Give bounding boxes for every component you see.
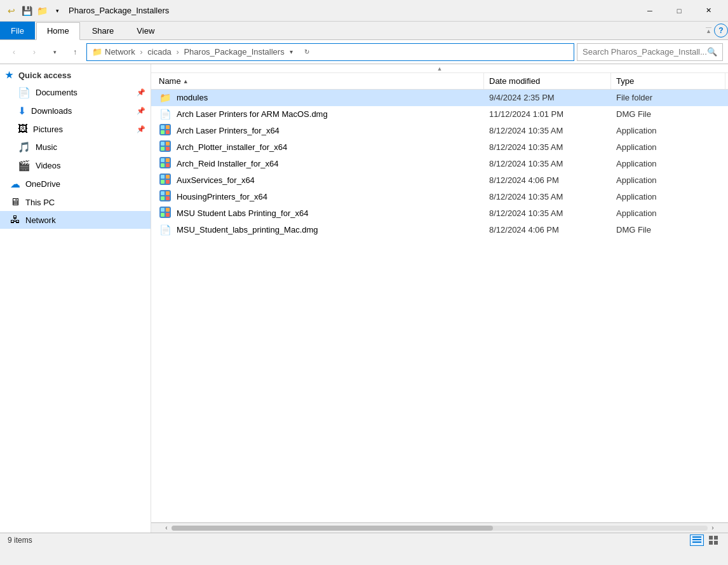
close-button[interactable]: ✕: [694, 0, 723, 22]
maximize-button[interactable]: □: [664, 0, 694, 22]
file-type: Application: [611, 159, 725, 168]
svg-rect-3: [161, 130, 165, 134]
svg-rect-13: [161, 163, 165, 167]
table-row[interactable]: Arch Laser Printers_for_x64 8/12/2024 10…: [151, 123, 728, 139]
sidebar-item-thispc[interactable]: 🖥 This PC: [0, 193, 151, 211]
app-icon: [159, 157, 172, 170]
svg-rect-16: [161, 175, 165, 179]
minimize-button[interactable]: ─: [635, 0, 664, 22]
app-icon: [159, 207, 172, 220]
file-date: 8/12/2024 10:35 AM: [484, 159, 611, 168]
address-dropdown-button[interactable]: ▾: [285, 43, 299, 61]
tab-home[interactable]: Home: [36, 22, 80, 40]
scrollbar-thumb[interactable]: [172, 526, 493, 531]
tab-share[interactable]: Share: [81, 22, 125, 39]
content-area: ▲ Name ▲ Date modified Type 📁 modules: [151, 64, 728, 533]
sidebar-onedrive-label: OneDrive: [25, 179, 60, 189]
large-icons-view-button[interactable]: [706, 534, 720, 546]
file-date: 8/12/2024 4:06 PM: [484, 225, 611, 235]
file-type: File folder: [611, 93, 725, 102]
folder-icon: 📁: [159, 92, 172, 104]
sidebar-network-label: Network: [25, 215, 56, 225]
col-header-name[interactable]: Name ▲: [154, 73, 484, 89]
scrollbar-track[interactable]: [172, 526, 708, 531]
address-bar: ‹ › ▾ ↑ 📁 Network › cicada › Pharos_Pack…: [0, 40, 728, 64]
file-date: 8/12/2024 10:35 AM: [484, 142, 611, 152]
table-row[interactable]: AuxServices_for_x64 8/12/2024 4:06 PM Ap…: [151, 172, 728, 189]
folder-icon[interactable]: 📁: [36, 4, 48, 17]
svg-rect-18: [161, 180, 165, 184]
table-row[interactable]: HousingPrinters_for_x64 8/12/2024 10:35 …: [151, 189, 728, 205]
ribbon-expand-button[interactable]: ▲: [706, 27, 711, 34]
sidebar-videos-label: Videos: [36, 161, 61, 170]
svg-rect-14: [166, 163, 170, 167]
file-type: Application: [611, 192, 725, 201]
videos-icon: 🎬: [18, 160, 30, 172]
sort-indicator-row: ▲: [151, 64, 728, 73]
dropdown-arrow-icon[interactable]: ▾: [51, 4, 64, 17]
svg-rect-27: [166, 208, 170, 212]
pin-icon-pictures: 📌: [137, 125, 145, 133]
svg-rect-23: [161, 196, 165, 200]
col-type-label: Type: [616, 76, 634, 86]
file-name: modules: [177, 93, 208, 102]
network-crumb[interactable]: Network: [105, 47, 135, 57]
sidebar-item-onedrive[interactable]: ☁ OneDrive: [0, 175, 151, 193]
chevron-up-icon: ▲: [706, 28, 711, 34]
search-icon[interactable]: 🔍: [707, 47, 717, 57]
horizontal-scrollbar[interactable]: ‹ ›: [151, 522, 728, 533]
sidebar-thispc-label: This PC: [25, 198, 55, 207]
tab-file[interactable]: File: [0, 22, 35, 39]
details-view-button[interactable]: [690, 534, 704, 546]
collapse-arrow-icon: ▲: [437, 65, 443, 72]
pictures-icon: 🖼: [18, 123, 28, 135]
col-header-date[interactable]: Date modified: [484, 73, 611, 89]
title-bar-icons: ↩ 💾 📁 ▾: [5, 4, 64, 17]
sidebar: ★ Quick access 📄 Documents 📌 ⬇ Downloads…: [0, 64, 151, 533]
tab-view[interactable]: View: [126, 22, 165, 39]
save-icon[interactable]: 💾: [20, 4, 33, 17]
window-controls: ─ □ ✕: [635, 0, 723, 22]
sidebar-item-network[interactable]: 🖧 Network: [0, 211, 151, 229]
undo-icon[interactable]: ↩: [5, 4, 18, 17]
app-icon: [159, 190, 172, 203]
table-row[interactable]: 📄 Arch Laser Printers for ARM MacOS.dmg …: [151, 106, 728, 123]
file-name: AuxServices_for_x64: [177, 175, 255, 185]
scroll-right-icon[interactable]: ›: [708, 524, 718, 531]
sidebar-item-pictures[interactable]: 🖼 Pictures 📌: [0, 120, 151, 138]
sidebar-item-music[interactable]: 🎵 Music: [0, 138, 151, 156]
file-date: 9/4/2024 2:35 PM: [484, 93, 611, 102]
star-icon: ★: [5, 70, 13, 80]
recent-locations-button[interactable]: ▾: [46, 43, 64, 61]
address-path[interactable]: 📁 Network › cicada › Pharos_Package_Inst…: [86, 43, 574, 61]
col-header-type[interactable]: Type: [611, 73, 725, 89]
search-input[interactable]: [583, 47, 707, 57]
pin-icon: 📌: [137, 88, 145, 97]
cicada-crumb[interactable]: cicada: [147, 47, 172, 57]
table-row[interactable]: Arch_Plotter_installer_for_x64 8/12/2024…: [151, 139, 728, 156]
file-date: 11/12/2024 1:01 PM: [484, 109, 611, 119]
sidebar-item-documents[interactable]: 📄 Documents 📌: [0, 83, 151, 102]
sidebar-pictures-label: Pictures: [33, 125, 63, 134]
svg-rect-9: [166, 147, 170, 151]
ribbon: File Home Share View ▲ ?: [0, 22, 728, 40]
back-button[interactable]: ‹: [5, 43, 23, 61]
file-type: DMG File: [611, 225, 725, 235]
refresh-button[interactable]: ↻: [300, 43, 314, 61]
file-type: Application: [611, 208, 725, 218]
forward-button[interactable]: ›: [25, 43, 43, 61]
svg-rect-7: [166, 142, 170, 146]
svg-rect-12: [166, 158, 170, 162]
scroll-left-icon[interactable]: ‹: [161, 524, 172, 531]
table-row[interactable]: MSU Student Labs Printing_for_x64 8/12/2…: [151, 205, 728, 222]
table-row[interactable]: Arch_Reid Installer_for_x64 8/12/2024 10…: [151, 156, 728, 172]
file-name: Arch Laser Printers_for_x64: [177, 126, 280, 135]
sidebar-item-downloads[interactable]: ⬇ Downloads 📌: [0, 102, 151, 120]
table-row[interactable]: 📁 modules 9/4/2024 2:35 PM File folder: [151, 90, 728, 106]
help-button[interactable]: ?: [714, 24, 728, 37]
file-name: Arch Laser Printers for ARM MacOS.dmg: [177, 109, 328, 119]
status-bar: 9 items: [0, 533, 728, 547]
sidebar-item-videos[interactable]: 🎬 Videos: [0, 156, 151, 175]
table-row[interactable]: 📄 MSU_Student_labs_printing_Mac.dmg 8/12…: [151, 222, 728, 238]
up-button[interactable]: ↑: [66, 43, 84, 61]
